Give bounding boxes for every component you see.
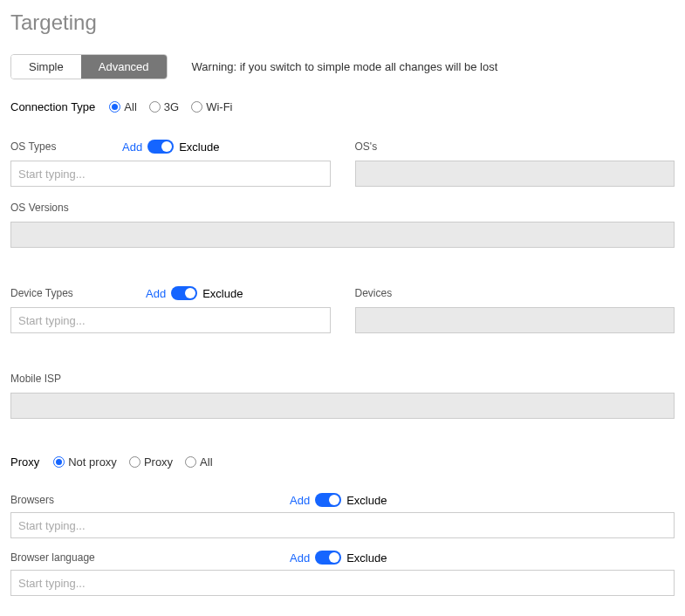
mobile-isp-disabled-box (10, 393, 675, 419)
radio-label: Proxy (144, 455, 173, 469)
os-types-add-link[interactable]: Add (122, 140, 142, 154)
os-versions-disabled-box (10, 222, 675, 248)
mode-simple-button[interactable]: Simple (11, 55, 81, 79)
device-types-exclude-toggle[interactable] (171, 286, 197, 300)
browsers-exclude-toggle[interactable] (315, 493, 341, 507)
radio-label: 3G (164, 100, 179, 113)
devices-disabled-box (355, 307, 675, 333)
device-types-exclude-label: Exclude (202, 287, 243, 300)
connection-radio-wifi[interactable]: Wi-Fi (191, 100, 232, 113)
proxy-radio-not-proxy[interactable]: Not proxy (53, 455, 117, 469)
proxy-radio-all[interactable]: All (185, 455, 212, 469)
radio-icon (109, 101, 120, 113)
mode-advanced-button[interactable]: Advanced (81, 55, 167, 79)
device-types-input[interactable] (10, 307, 331, 333)
browsers-input[interactable] (10, 512, 675, 538)
radio-icon (191, 101, 202, 113)
browsers-label: Browsers (10, 494, 290, 506)
radio-icon (149, 101, 161, 113)
radio-label: All (124, 100, 136, 113)
browser-language-label: Browser language (10, 551, 290, 564)
radio-label: Wi-Fi (206, 100, 232, 113)
proxy-row: Proxy Not proxy Proxy All (10, 455, 675, 469)
device-types-label: Device Types (10, 287, 146, 299)
connection-type-row: Connection Type All 3G Wi-Fi (10, 100, 675, 113)
proxy-radio-group: Not proxy Proxy All (53, 455, 212, 469)
oss-label: OS's (355, 140, 378, 153)
radio-icon (53, 456, 65, 468)
device-types-add-link[interactable]: Add (146, 287, 166, 300)
os-types-exclude-label: Exclude (179, 140, 219, 154)
mobile-isp-label: Mobile ISP (10, 373, 61, 385)
browsers-exclude-label: Exclude (346, 494, 387, 507)
radio-label: Not proxy (68, 455, 117, 469)
browsers-add-link[interactable]: Add (290, 494, 310, 507)
mode-warning: Warning: if you switch to simple mode al… (192, 60, 498, 73)
page-title: Targeting (10, 10, 675, 35)
os-versions-label: OS Versions (10, 202, 69, 214)
browser-language-input[interactable] (10, 570, 675, 596)
oss-disabled-box (355, 161, 675, 187)
connection-type-label: Connection Type (10, 100, 95, 113)
browser-language-add-link[interactable]: Add (290, 551, 310, 565)
connection-radio-all[interactable]: All (109, 100, 136, 113)
radio-icon (185, 456, 196, 468)
os-types-exclude-toggle[interactable] (147, 140, 174, 154)
mode-toggle: Simple Advanced (10, 54, 168, 79)
connection-radio-3g[interactable]: 3G (149, 100, 179, 113)
mode-row: Simple Advanced Warning: if you switch t… (10, 54, 675, 79)
radio-icon (129, 456, 140, 468)
proxy-radio-proxy[interactable]: Proxy (129, 455, 173, 469)
os-types-label: OS Types (10, 140, 122, 153)
browser-language-exclude-label: Exclude (346, 551, 387, 565)
devices-label: Devices (355, 287, 393, 299)
radio-label: All (200, 455, 212, 469)
os-types-input[interactable] (10, 161, 331, 187)
browser-language-exclude-toggle[interactable] (315, 551, 341, 565)
connection-type-radio-group: All 3G Wi-Fi (109, 100, 232, 113)
proxy-label: Proxy (10, 455, 39, 469)
